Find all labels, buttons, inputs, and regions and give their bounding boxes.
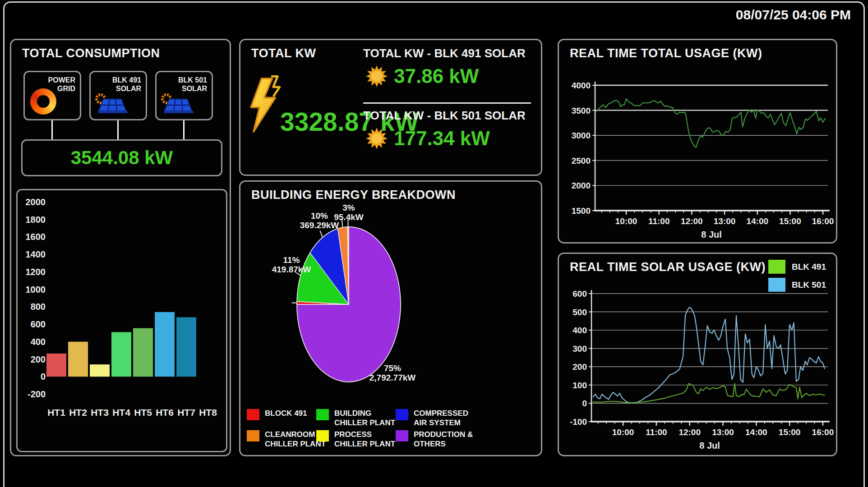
svg-text:3000: 3000 — [572, 131, 591, 140]
svg-text:HT7: HT7 — [177, 407, 195, 418]
svg-text:HT2: HT2 — [69, 407, 87, 418]
solar-panel-icon — [93, 92, 129, 118]
svg-text:800: 800 — [31, 302, 46, 312]
blk491-label-line1: BLK 491 — [112, 76, 141, 84]
power-grid-label-line1: POWER — [48, 76, 75, 84]
total-consumption-value: 3544.08 kW — [71, 147, 173, 169]
svg-text:1500: 1500 — [572, 206, 591, 216]
svg-text:1600: 1600 — [26, 232, 46, 242]
svg-text:2500: 2500 — [572, 156, 591, 165]
legend-swatch — [396, 409, 408, 420]
power-grid-donut-icon — [30, 88, 56, 115]
svg-text:1200: 1200 — [26, 267, 46, 277]
svg-text:HT6: HT6 — [156, 407, 174, 418]
svg-text:2000: 2000 — [572, 181, 591, 190]
svg-text:-200: -200 — [28, 389, 46, 399]
legend-swatch — [768, 278, 785, 292]
ht-bar-chart-box: 2000180016001400120010008006004002000-20… — [16, 189, 227, 452]
svg-text:1400: 1400 — [26, 249, 46, 259]
svg-text:0: 0 — [582, 399, 587, 408]
blk501-label-line1: BLK 501 — [178, 76, 207, 84]
svg-text:419.87kW: 419.87kW — [272, 265, 311, 274]
legend-label: PRODUCTION & OTHERS — [414, 430, 481, 449]
legend-label: BLK 491 — [792, 262, 826, 271]
real-time-total-panel: REAL TIME TOTAL USAGE (KW) 1500200025003… — [558, 39, 837, 244]
blk491-total-value: 37.86 kW — [394, 65, 479, 87]
legend-label: BLOCK 491 — [265, 409, 307, 418]
lightning-bolt-icon — [246, 75, 285, 136]
svg-text:600: 600 — [31, 319, 46, 329]
solar-panel-icon — [159, 92, 194, 118]
sun-icon — [365, 64, 388, 88]
svg-text:HT5: HT5 — [134, 407, 152, 418]
sun-icon — [365, 127, 388, 150]
svg-text:-100: -100 — [570, 417, 587, 427]
legend-swatch — [316, 430, 329, 441]
svg-text:11:00: 11:00 — [646, 427, 667, 437]
solar-legend-blk491: BLK 491 — [768, 259, 826, 274]
total-kw-panel: TOTAL KW 3328.87 kW TOTAL KW - BLK 491 S… — [239, 39, 542, 176]
svg-text:HT3: HT3 — [91, 407, 109, 418]
svg-text:15:00: 15:00 — [779, 427, 801, 437]
blk491-solar-card: BLK 491 SOLAR — [89, 71, 147, 120]
solar-legend-blk501: BLK 501 — [768, 277, 826, 292]
svg-text:75%: 75% — [384, 363, 401, 373]
legend-swatch — [247, 409, 259, 420]
svg-text:10:00: 10:00 — [615, 216, 637, 226]
dashboard-root: 08/07/25 04:06 PM TOTAL CONSUMPTION POWE… — [0, 0, 868, 487]
svg-text:300: 300 — [573, 344, 587, 354]
legend-label: BUILDING CHILLER PLANT — [334, 409, 402, 427]
svg-text:14:00: 14:00 — [745, 427, 767, 437]
svg-text:11%: 11% — [283, 255, 300, 265]
legend-label: PROCESS CHILLER PLANT — [334, 430, 402, 449]
legend-swatch — [768, 260, 785, 274]
svg-text:500: 500 — [573, 308, 587, 317]
total-kw-title: TOTAL KW — [251, 46, 316, 60]
real-time-total-title: REAL TIME TOTAL USAGE (KW) — [570, 46, 762, 60]
svg-text:HT8: HT8 — [199, 407, 217, 418]
legend-item: COMPRESSED AIR SYSTEM — [396, 409, 481, 427]
blk491-total-title: TOTAL KW - BLK 491 SOLAR — [363, 46, 526, 60]
svg-text:14:00: 14:00 — [746, 216, 768, 226]
svg-text:8 Jul: 8 Jul — [701, 230, 722, 239]
svg-text:HT1: HT1 — [47, 407, 65, 418]
svg-text:600: 600 — [573, 289, 587, 299]
energy-breakdown-panel: BUILDING ENERGY BREAKDOWN 75%2,792.77kW1… — [239, 180, 542, 456]
svg-text:15:00: 15:00 — [779, 216, 801, 226]
solar-divider — [363, 102, 531, 104]
legend-label: BLK 501 — [792, 280, 826, 289]
legend-item: PROCESS CHILLER PLANT — [316, 430, 402, 449]
svg-text:200: 200 — [31, 354, 46, 364]
real-time-total-line-chart: 15002000250030003500400010:0011:0012:001… — [559, 40, 836, 242]
svg-text:8 Jul: 8 Jul — [699, 441, 720, 450]
legend-item: BUILDING CHILLER PLANT — [316, 409, 402, 427]
svg-text:200: 200 — [573, 362, 587, 372]
datetime-display: 08/07/25 04:06 PM — [736, 7, 851, 23]
real-time-solar-panel: REAL TIME SOLAR USAGE (KW) BLK 491 BLK 5… — [558, 253, 837, 456]
legend-item: PRODUCTION & OTHERS — [396, 430, 481, 449]
svg-text:2,792.77kW: 2,792.77kW — [369, 373, 416, 382]
svg-text:10:00: 10:00 — [612, 427, 634, 437]
svg-text:12:00: 12:00 — [679, 427, 701, 437]
legend-swatch — [316, 409, 329, 420]
svg-text:16:00: 16:00 — [812, 427, 834, 437]
svg-text:400: 400 — [31, 337, 46, 347]
svg-text:13:00: 13:00 — [714, 216, 736, 226]
svg-text:16:00: 16:00 — [812, 216, 834, 226]
svg-text:13:00: 13:00 — [712, 427, 734, 437]
connector-line — [117, 120, 119, 139]
power-grid-card: POWER GRID — [23, 71, 81, 120]
legend-label: COMPRESSED AIR SYSTEM — [414, 409, 481, 427]
total-consumption-panel: TOTAL CONSUMPTION POWER GRID BLK 491 SOL… — [10, 39, 231, 456]
legend-swatch — [396, 430, 408, 441]
blk501-solar-card: BLK 501 SOLAR — [155, 71, 213, 120]
real-time-solar-title: REAL TIME SOLAR USAGE (KW) — [570, 260, 766, 274]
legend-item: BLOCK 491 — [247, 409, 307, 420]
svg-text:0: 0 — [41, 372, 46, 381]
svg-text:3%: 3% — [342, 203, 355, 212]
ht-substation-bar-chart: 2000180016001400120010008006004002000-20… — [18, 190, 226, 451]
legend-swatch — [247, 430, 259, 441]
svg-text:11:00: 11:00 — [648, 216, 670, 226]
blk501-total-value: 177.34 kW — [394, 127, 490, 150]
svg-text:12:00: 12:00 — [681, 216, 703, 226]
